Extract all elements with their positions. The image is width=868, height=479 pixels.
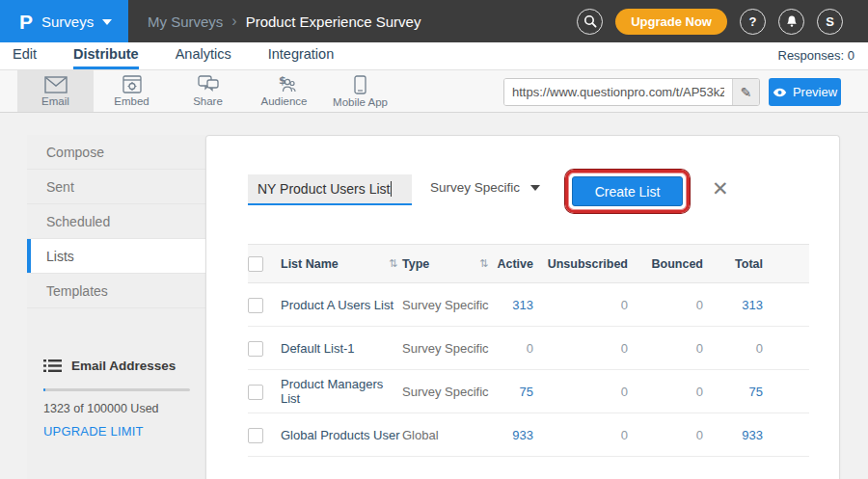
sidebar-item-compose[interactable]: Compose bbox=[27, 135, 205, 170]
upgrade-limit-link[interactable]: UPGRADE LIMIT bbox=[43, 424, 205, 439]
chevron-down-icon bbox=[530, 185, 540, 191]
email-usage-text: 1323 of 100000 Used bbox=[43, 402, 205, 415]
lists-table: List Name ⇅ Type ⇅ Active Unsubscribed B… bbox=[248, 244, 809, 457]
eye-icon bbox=[773, 88, 787, 97]
row-checkbox[interactable] bbox=[248, 385, 263, 400]
active-count[interactable]: 933 bbox=[493, 428, 533, 442]
distribute-channels: Email Embed Share $ Audience Mobile App bbox=[17, 70, 398, 112]
total-count[interactable]: 313 bbox=[703, 298, 763, 312]
sidebar-item-sent[interactable]: Sent bbox=[27, 170, 205, 204]
survey-url-input[interactable] bbox=[504, 79, 732, 105]
email-sidebar: Compose Sent Scheduled Lists Templates E… bbox=[27, 135, 205, 479]
list-name-link[interactable]: Product Managers List bbox=[281, 377, 402, 406]
close-icon[interactable]: ✕ bbox=[712, 178, 729, 199]
col-unsubscribed: Unsubscribed bbox=[533, 257, 628, 271]
bounced-count: 0 bbox=[628, 341, 703, 356]
row-checkbox[interactable] bbox=[248, 428, 263, 443]
active-count[interactable]: 313 bbox=[493, 298, 533, 312]
breadcrumb-my-surveys[interactable]: My Surveys bbox=[148, 13, 223, 30]
notifications-button[interactable] bbox=[778, 9, 804, 35]
sort-icon[interactable]: ⇅ bbox=[479, 257, 493, 270]
sidebar-item-templates[interactable]: Templates bbox=[27, 274, 205, 308]
mobile-app-icon bbox=[354, 75, 366, 94]
tab-edit[interactable]: Edit bbox=[13, 42, 37, 69]
list-name-input[interactable]: NY Product Users List bbox=[248, 174, 412, 205]
app-menu-label: Surveys bbox=[41, 13, 94, 30]
list-type: Survey Specific bbox=[402, 298, 493, 312]
col-bounced: Bounced bbox=[628, 257, 703, 271]
total-count[interactable]: 75 bbox=[703, 385, 763, 399]
responses-count[interactable]: Responses: 0 bbox=[778, 48, 855, 63]
unsubscribed-count: 0 bbox=[533, 428, 628, 442]
red-highlight-annotation: Create List bbox=[565, 170, 690, 213]
channel-share[interactable]: Share bbox=[170, 70, 246, 112]
list-name-value: NY Product Users List bbox=[258, 181, 390, 197]
active-count: 0 bbox=[493, 341, 533, 356]
channel-email[interactable]: Email bbox=[17, 70, 94, 112]
email-icon bbox=[44, 76, 68, 93]
row-checkbox[interactable] bbox=[248, 298, 263, 313]
list-type: Survey Specific bbox=[402, 341, 493, 356]
top-bar: P Surveys My Surveys › Product Experienc… bbox=[0, 0, 868, 42]
question-mark-icon: ? bbox=[749, 14, 757, 29]
account-avatar[interactable]: S bbox=[817, 9, 843, 35]
table-row: Product Managers List Survey Specific 75… bbox=[248, 370, 809, 413]
total-count[interactable]: 933 bbox=[703, 428, 763, 442]
col-type[interactable]: Type bbox=[402, 257, 479, 271]
table-row: Global Products User Global 933 0 0 933 bbox=[248, 413, 809, 457]
surveys-app-menu[interactable]: P Surveys bbox=[0, 0, 128, 42]
channel-email-label: Email bbox=[41, 95, 69, 107]
bounced-count: 0 bbox=[628, 298, 703, 312]
select-all-checkbox[interactable] bbox=[248, 256, 263, 272]
survey-url-group: ✎ bbox=[503, 78, 760, 106]
pencil-icon: ✎ bbox=[741, 85, 752, 100]
list-icon bbox=[43, 359, 62, 373]
sidebar-item-lists[interactable]: Lists bbox=[27, 239, 205, 274]
bounced-count: 0 bbox=[628, 428, 703, 442]
breadcrumb-separator-icon: › bbox=[231, 13, 236, 30]
search-button[interactable] bbox=[577, 9, 603, 35]
row-checkbox[interactable] bbox=[248, 341, 263, 357]
list-type: Global bbox=[402, 428, 493, 442]
preview-button[interactable]: Preview bbox=[769, 78, 841, 106]
email-usage-progressbar bbox=[43, 388, 190, 391]
channel-mobile-app-label: Mobile App bbox=[333, 96, 388, 108]
channel-mobile-app[interactable]: Mobile App bbox=[322, 70, 398, 112]
survey-nav-bar: Edit Distribute Analytics Integration Re… bbox=[0, 42, 868, 69]
bell-icon bbox=[785, 14, 799, 28]
channel-embed-label: Embed bbox=[114, 95, 149, 107]
text-cursor bbox=[391, 181, 392, 197]
tab-analytics[interactable]: Analytics bbox=[176, 42, 231, 69]
nav-tabs: Edit Distribute Analytics Integration bbox=[13, 42, 370, 69]
list-type-dropdown[interactable]: Survey Specific bbox=[430, 180, 540, 195]
list-name-link[interactable]: Default List-1 bbox=[281, 341, 402, 356]
upgrade-now-button[interactable]: Upgrade Now bbox=[615, 9, 727, 35]
channel-audience-label: Audience bbox=[261, 95, 308, 107]
col-list-name[interactable]: List Name bbox=[281, 257, 389, 271]
channel-audience[interactable]: $ Audience bbox=[246, 70, 322, 112]
sort-icon[interactable]: ⇅ bbox=[389, 257, 402, 270]
email-addresses-title: Email Addresses bbox=[71, 359, 176, 373]
sidebar-item-scheduled[interactable]: Scheduled bbox=[27, 204, 205, 239]
topbar-actions: Upgrade Now ? S bbox=[577, 0, 843, 42]
email-addresses-panel: Email Addresses 1323 of 100000 Used UPGR… bbox=[27, 359, 205, 439]
tab-distribute[interactable]: Distribute bbox=[73, 42, 139, 69]
tab-integration[interactable]: Integration bbox=[268, 42, 335, 69]
active-count[interactable]: 75 bbox=[493, 385, 533, 399]
channel-embed[interactable]: Embed bbox=[94, 70, 170, 112]
help-button[interactable]: ? bbox=[740, 9, 766, 35]
avatar-initial: S bbox=[826, 14, 834, 29]
table-row: Product A Users List Survey Specific 313… bbox=[248, 283, 809, 327]
edit-url-button[interactable]: ✎ bbox=[732, 79, 759, 105]
bounced-count: 0 bbox=[628, 385, 703, 399]
create-list-button[interactable]: Create List bbox=[572, 176, 683, 206]
list-name-link[interactable]: Product A Users List bbox=[281, 298, 402, 312]
share-icon bbox=[198, 75, 219, 93]
lists-panel: NY Product Users List Survey Specific Cr… bbox=[205, 135, 840, 479]
col-active: Active bbox=[493, 257, 533, 271]
table-header-row: List Name ⇅ Type ⇅ Active Unsubscribed B… bbox=[248, 244, 809, 283]
list-type-value: Survey Specific bbox=[430, 180, 520, 195]
unsubscribed-count: 0 bbox=[533, 341, 628, 356]
list-name-link[interactable]: Global Products User bbox=[281, 428, 402, 442]
audience-icon: $ bbox=[273, 75, 296, 93]
